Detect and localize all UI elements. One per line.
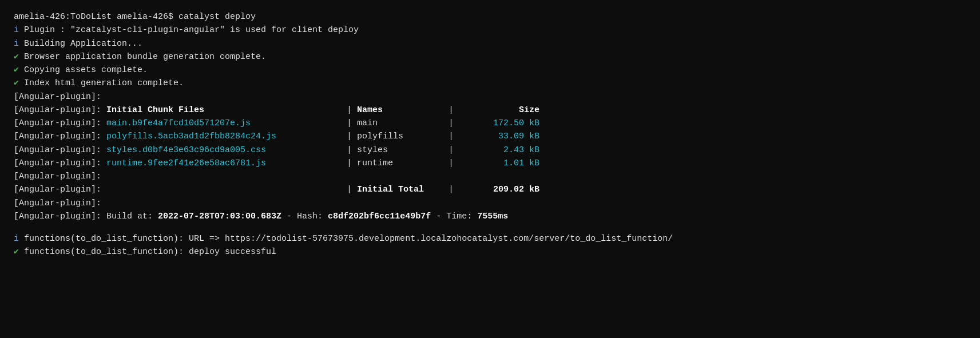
- table-prefix-runtime: [Angular-plugin]:: [14, 157, 106, 170]
- sep-main-2: |: [449, 117, 454, 130]
- name-styles: styles: [357, 144, 449, 157]
- build-info-text: [Angular-plugin]: Build at:: [14, 210, 158, 223]
- build-timestamp: 2022-07-28T07:03:00.683Z: [158, 210, 281, 223]
- table-prefix-main: [Angular-plugin]:: [14, 117, 106, 130]
- line-angular-empty-2: [Angular-plugin]:: [14, 170, 966, 183]
- table-header-row: [Angular-plugin]: Initial Chunk Files| N…: [14, 104, 966, 117]
- check-icon-2: ✔: [14, 63, 19, 77]
- file-runtime: runtime.9fee2f41e26e58ac6781.js: [106, 157, 347, 170]
- sep-polyfills-1: |: [347, 130, 357, 143]
- line-bundle-success: ✔ Browser application bundle generation …: [14, 50, 966, 63]
- angular-prefix-1: [Angular-plugin]:: [14, 90, 101, 104]
- table-prefix-total: [Angular-plugin]:: [14, 183, 106, 196]
- check-icon-deploy: ✔: [14, 245, 19, 259]
- sep-styles-1: |: [347, 144, 357, 157]
- col-separator-2: |: [449, 104, 454, 117]
- total-spacer: [106, 183, 347, 196]
- line-plugin-text: Plugin : "zcatalyst-cli-plugin-angular" …: [19, 23, 359, 37]
- line-index-success: ✔ Index html generation complete.: [14, 77, 966, 90]
- col-initial-chunk: Initial Chunk Files: [106, 104, 347, 117]
- line-building-text: Building Application...: [19, 37, 142, 50]
- prompt-line: amelia-426:ToDoList amelia-426$ catalyst…: [14, 10, 966, 23]
- info-icon: i: [14, 23, 19, 37]
- terminal-window: amelia-426:ToDoList amelia-426$ catalyst…: [14, 10, 966, 259]
- build-hash: c8df202bf6cc11e49b7f: [328, 210, 431, 223]
- table-prefix-styles: [Angular-plugin]:: [14, 144, 106, 157]
- file-main: main.b9fe4a7fcd10d571207e.js: [106, 117, 347, 130]
- name-main: main: [357, 117, 449, 130]
- info-icon-2: i: [14, 37, 19, 50]
- deploy-success-text: functions(to_do_list_function): deploy s…: [19, 245, 276, 259]
- line-angular-empty-1: [Angular-plugin]:: [14, 90, 966, 104]
- line-deploy-success: ✔ functions(to_do_list_function): deploy…: [14, 245, 966, 259]
- angular-prefix-2: [Angular-plugin]:: [14, 170, 101, 183]
- line-building-info: i Building Application...: [14, 37, 966, 50]
- functions-url-text: functions(to_do_list_function): URL => h…: [19, 232, 673, 245]
- check-icon-1: ✔: [14, 50, 19, 63]
- build-dash-1: - Hash:: [281, 210, 328, 223]
- total-value: 209.02 kB: [454, 183, 545, 196]
- name-runtime: runtime: [357, 157, 449, 170]
- size-polyfills: 33.09 kB: [454, 130, 545, 143]
- line-plugin-info: i Plugin : "zcatalyst-cli-plugin-angular…: [14, 23, 966, 37]
- sep-total-1: |: [347, 183, 357, 196]
- table-prefix-polyfills: [Angular-plugin]:: [14, 130, 106, 143]
- size-main: 172.50 kB: [454, 117, 545, 130]
- sep-polyfills-2: |: [449, 130, 454, 143]
- table-row-polyfills: [Angular-plugin]: polyfills.5acb3ad1d2fb…: [14, 130, 966, 143]
- build-time: 7555ms: [477, 210, 508, 223]
- sep-total-2: |: [449, 183, 454, 196]
- file-polyfills: polyfills.5acb3ad1d2fbb8284c24.js: [106, 130, 347, 143]
- sep-runtime-2: |: [449, 157, 454, 170]
- table-row-runtime: [Angular-plugin]: runtime.9fee2f41e26e58…: [14, 157, 966, 170]
- info-icon-3: i: [14, 232, 19, 245]
- col-names-header: Names: [357, 104, 449, 117]
- line-assets-text: Copying assets complete.: [19, 63, 148, 77]
- table-total-row: [Angular-plugin]: | Initial Total| 209.0…: [14, 183, 966, 196]
- line-build-info: [Angular-plugin]: Build at: 2022-07-28T0…: [14, 210, 966, 223]
- line-index-text: Index html generation complete.: [19, 77, 184, 90]
- sep-runtime-1: |: [347, 157, 357, 170]
- col-separator-1: |: [347, 104, 357, 117]
- prompt-text: amelia-426:ToDoList amelia-426$ catalyst…: [14, 10, 256, 23]
- col-size-header: Size: [454, 104, 545, 117]
- table-prefix-header: [Angular-plugin]:: [14, 104, 106, 117]
- total-label: Initial Total: [357, 183, 449, 196]
- sep-main-1: |: [347, 117, 357, 130]
- line-angular-empty-3: [Angular-plugin]:: [14, 197, 966, 210]
- line-bundle-text: Browser application bundle generation co…: [19, 50, 266, 63]
- spacer: [14, 223, 966, 232]
- size-styles: 2.43 kB: [454, 144, 545, 157]
- name-polyfills: polyfills: [357, 130, 449, 143]
- angular-prefix-3: [Angular-plugin]:: [14, 197, 101, 210]
- size-runtime: 1.01 kB: [454, 157, 545, 170]
- line-assets-success: ✔ Copying assets complete.: [14, 63, 966, 77]
- check-icon-3: ✔: [14, 77, 19, 90]
- table-row-main: [Angular-plugin]: main.b9fe4a7fcd10d5712…: [14, 117, 966, 130]
- line-functions-url: i functions(to_do_list_function): URL =>…: [14, 232, 966, 245]
- table-row-styles: [Angular-plugin]: styles.d0bf4e3e63c96cd…: [14, 144, 966, 157]
- file-styles: styles.d0bf4e3e63c96cd9a005.css: [106, 144, 347, 157]
- build-dash-2: - Time:: [431, 210, 477, 223]
- sep-styles-2: |: [449, 144, 454, 157]
